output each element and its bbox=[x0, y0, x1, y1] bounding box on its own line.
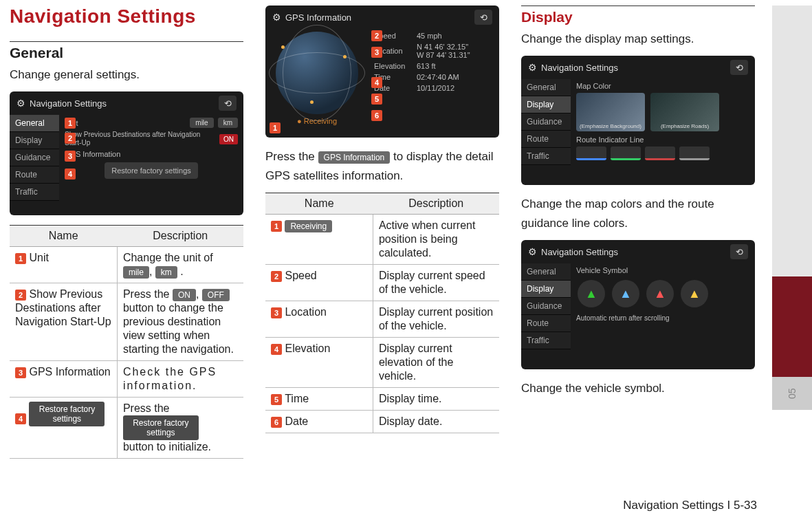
gps-callout-4: 4 bbox=[371, 77, 382, 88]
routeind-opt2[interactable] bbox=[611, 146, 641, 160]
callout-3: 3 bbox=[65, 151, 76, 162]
row1-chip-mile: mile bbox=[123, 266, 149, 279]
routeind-opt1[interactable] bbox=[576, 146, 606, 160]
ds2-menu-general[interactable]: General bbox=[521, 263, 571, 281]
vehicle-sym-4[interactable]: ▲ bbox=[681, 280, 708, 307]
gps-v-loc: N 41 46' 32.15" W 87 44' 31.31" bbox=[417, 43, 470, 59]
g4-num: 4 bbox=[271, 344, 282, 355]
chapter-number: 05 bbox=[772, 377, 812, 410]
gps-callout-5: 5 bbox=[371, 94, 382, 105]
row1-desc-a: Change the unit of bbox=[123, 252, 213, 263]
gps-k-elev: Elevation bbox=[374, 62, 413, 70]
row2-name: Show Previous Destinations after Navigat… bbox=[15, 288, 111, 327]
row2-num: 2 bbox=[15, 290, 26, 301]
ds1-back-icon[interactable]: ⟲ bbox=[730, 60, 748, 75]
gps-callout-3: 3 bbox=[371, 47, 382, 58]
row2-chip-on: ON bbox=[173, 289, 196, 301]
gps-v-elev: 613 ft bbox=[417, 62, 436, 70]
ds1-menu-general[interactable]: General bbox=[521, 79, 571, 96]
row4-name-chip: Restore factory settings bbox=[29, 402, 105, 426]
page-footer: Navigation Settings I 5-33 bbox=[623, 499, 757, 512]
routeind-opt3[interactable] bbox=[645, 146, 675, 160]
ds2-menu-guidance[interactable]: Guidance bbox=[521, 298, 571, 315]
row1-desc-b: . bbox=[177, 265, 184, 277]
g1-num: 1 bbox=[271, 221, 282, 232]
row3-num: 3 bbox=[15, 367, 26, 378]
vehicle-sym-1[interactable]: ▲ bbox=[578, 280, 605, 307]
routeind-opt4[interactable] bbox=[679, 146, 710, 160]
ds2-back-icon[interactable]: ⟲ bbox=[730, 244, 748, 259]
ds1-menu-guidance[interactable]: Guidance bbox=[521, 113, 571, 131]
row3-desc: Check the GPS information. bbox=[117, 361, 243, 398]
mapcolor-opt1[interactable]: (Emphasize Background) bbox=[576, 93, 645, 131]
ds1-menu-route[interactable]: Route bbox=[521, 131, 571, 148]
display-heading: Display bbox=[521, 6, 755, 25]
g4-desc: Display current elevation of the vehicle… bbox=[373, 338, 499, 388]
ds2-menu-display[interactable]: Display bbox=[521, 281, 571, 298]
row1-num: 1 bbox=[15, 253, 26, 264]
callout-2: 2 bbox=[65, 133, 76, 144]
ds2-menu-traffic[interactable]: Traffic bbox=[521, 332, 571, 349]
vehicle-sym-3[interactable]: ▲ bbox=[646, 280, 674, 307]
gps-screenshot: GPS Information ⟲ ● Receiving bbox=[265, 6, 499, 138]
row1-mid: , bbox=[149, 265, 155, 277]
ds2-menu-route[interactable]: Route bbox=[521, 315, 571, 332]
g5-desc: Display time. bbox=[373, 388, 499, 411]
routeind-label: Route Indicator Line bbox=[576, 135, 644, 144]
g3-num: 3 bbox=[271, 307, 282, 318]
gps-header-label: GPS Information bbox=[272, 12, 351, 23]
gps-v-speed: 45 mph bbox=[417, 32, 442, 40]
g5-num: 5 bbox=[271, 394, 282, 405]
gps-back-icon[interactable]: ⟲ bbox=[474, 10, 492, 25]
g5-name: Time bbox=[285, 393, 309, 404]
th-desc: Description bbox=[117, 226, 243, 247]
restore-btn[interactable]: Restore factory settings bbox=[105, 162, 198, 179]
gps-table: Name Description 1 Receiving Active when… bbox=[265, 193, 499, 433]
general-heading: General bbox=[10, 41, 243, 61]
g6-name: Date bbox=[285, 415, 308, 427]
display-screenshot-2: Navigation Settings ⟲ General Display Gu… bbox=[521, 240, 755, 369]
gps-th-name: Name bbox=[265, 193, 373, 215]
ss-sidebar: General Display Guidance Route Traffic bbox=[10, 115, 59, 201]
back-icon[interactable]: ⟲ bbox=[219, 96, 237, 111]
row2-chip-off: OFF bbox=[202, 289, 230, 301]
display-text2: Change the map colors and the route guid… bbox=[521, 195, 755, 233]
row2-desc-a: Press the bbox=[123, 288, 173, 300]
ds1-header: Navigation Settings bbox=[528, 62, 618, 73]
ds1-menu-traffic[interactable]: Traffic bbox=[521, 148, 571, 165]
display-screenshot-1: Navigation Settings ⟲ General Display Gu… bbox=[521, 56, 755, 185]
g2-desc: Display current speed of the vehicle. bbox=[373, 265, 499, 301]
row2-desc-b: button to change the previous destinatio… bbox=[123, 302, 234, 355]
globe-icon bbox=[276, 32, 358, 114]
row4-num: 4 bbox=[15, 413, 26, 424]
vsym-label: Vehicle Symbol bbox=[576, 266, 628, 274]
general-screenshot: Navigation Settings ⟲ General Display Gu… bbox=[10, 91, 243, 215]
vehicle-sym-2[interactable]: ▲ bbox=[612, 280, 639, 307]
g4-name: Elevation bbox=[285, 342, 330, 354]
sidebar-item-display[interactable]: Display bbox=[10, 132, 59, 149]
callout-1: 1 bbox=[65, 118, 76, 129]
sidebar-item-traffic[interactable]: Traffic bbox=[10, 184, 59, 201]
general-table: Name Description 1 Unit Change the unit … bbox=[10, 225, 243, 459]
sidebar-item-guidance[interactable]: Guidance bbox=[10, 149, 59, 166]
g3-desc: Display current position of the vehicle. bbox=[373, 301, 499, 338]
autoreturn-label: Automatic return after scrolling bbox=[576, 314, 670, 323]
gps-info-chip: GPS Information bbox=[318, 151, 391, 164]
prev-dest-toggle[interactable]: ON bbox=[219, 134, 238, 144]
ds1-menu-display[interactable]: Display bbox=[521, 96, 571, 113]
unit-mile-btn[interactable]: mile bbox=[190, 118, 213, 128]
g2-name: Speed bbox=[285, 270, 316, 281]
ds2-header: Navigation Settings bbox=[528, 246, 618, 257]
display-desc: Change the display map settings. bbox=[521, 30, 755, 49]
g6-desc: Display date. bbox=[373, 411, 499, 433]
sidebar-item-route[interactable]: Route bbox=[10, 166, 59, 184]
callout-4: 4 bbox=[65, 168, 76, 180]
mapcolor-opt2[interactable]: (Emphasize Roads) bbox=[650, 93, 719, 131]
row4-desc-b: button to initialize. bbox=[123, 441, 211, 453]
mapcolor-label: Map Color bbox=[576, 82, 611, 90]
unit-km-btn[interactable]: km bbox=[218, 118, 238, 128]
sidebar-item-general[interactable]: General bbox=[10, 115, 59, 132]
prev-dest-label: Show Previous Destinations after Navigat… bbox=[65, 131, 215, 147]
row3-name: GPS Information bbox=[29, 366, 110, 378]
display-text3: Change the vehicle symbol. bbox=[521, 379, 755, 398]
